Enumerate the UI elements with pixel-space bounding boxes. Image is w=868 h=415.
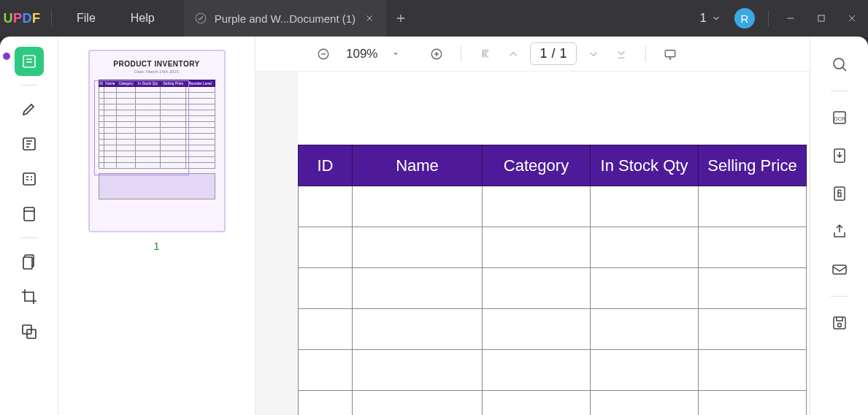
convert-button[interactable] — [825, 141, 854, 170]
batch-tool-button[interactable] — [15, 317, 44, 346]
document-scroll-area[interactable]: ID Name Category In Stock Qty Selling Pr… — [256, 72, 810, 415]
active-indicator-dot — [3, 53, 10, 60]
right-toolbar: OCR — [810, 37, 868, 415]
svg-rect-1 — [818, 15, 824, 21]
page-current: 1 — [539, 46, 547, 61]
svg-text:OCR: OCR — [834, 116, 845, 121]
table-row — [299, 227, 807, 268]
svg-rect-17 — [834, 187, 845, 200]
title-bar: UPDF File Help Purple and W...Document (… — [0, 0, 868, 37]
edit-text-tool-button[interactable] — [15, 129, 44, 159]
window-close-button[interactable] — [843, 9, 861, 27]
document-viewer: 109% 1 / 1 — [256, 37, 810, 415]
svg-rect-2 — [23, 56, 35, 67]
first-page-button[interactable] — [475, 43, 496, 65]
document-page: ID Name Category In Stock Qty Selling Pr… — [298, 72, 809, 415]
svg-point-13 — [834, 58, 844, 69]
document-tab[interactable]: Purple and W...Document (1) — [184, 0, 386, 37]
table-header-id: ID — [299, 145, 353, 186]
ocr-button[interactable]: OCR — [825, 103, 854, 132]
thumbnail-title: PRODUCT INVENTORY — [113, 60, 200, 68]
menu-file[interactable]: File — [59, 12, 113, 25]
table-row — [299, 268, 807, 309]
svg-rect-5 — [24, 208, 34, 221]
svg-rect-18 — [838, 193, 841, 197]
organize-tool-button[interactable] — [15, 247, 44, 276]
table-row — [299, 186, 807, 227]
separator — [768, 10, 769, 26]
inventory-table: ID Name Category In Stock Qty Selling Pr… — [298, 145, 807, 415]
page-indicator[interactable]: 1 / 1 — [530, 42, 576, 65]
separator — [20, 237, 38, 238]
reader-tool-button[interactable] — [15, 47, 44, 76]
separator — [20, 85, 38, 85]
separator — [461, 46, 461, 62]
thumbnail-page-number: 1 — [153, 240, 159, 252]
tab-close-button[interactable] — [363, 12, 376, 25]
share-button[interactable] — [825, 217, 854, 246]
search-button[interactable] — [825, 50, 854, 79]
page-sep: / — [552, 46, 556, 61]
thumbnail-notes-area — [99, 173, 215, 199]
table-row — [299, 350, 807, 391]
tab-title: Purple and W...Document (1) — [215, 12, 356, 25]
zoom-in-button[interactable] — [426, 43, 448, 65]
next-page-button[interactable] — [583, 43, 604, 65]
table-row — [299, 309, 807, 350]
prev-page-button[interactable] — [502, 43, 524, 65]
zoom-dropdown[interactable] — [389, 50, 402, 58]
svg-rect-12 — [665, 50, 675, 56]
separator — [645, 46, 646, 62]
separator — [831, 91, 848, 91]
save-button[interactable] — [825, 308, 854, 338]
svg-point-21 — [837, 324, 841, 327]
form-tool-button[interactable] — [15, 164, 44, 194]
left-toolbar — [0, 37, 58, 415]
chevron-down-icon — [711, 13, 721, 23]
svg-rect-19 — [833, 265, 846, 274]
user-avatar[interactable]: R — [734, 8, 755, 28]
viewer-toolbar: 109% 1 / 1 — [256, 37, 810, 72]
logo-letter: P — [13, 11, 23, 26]
thumb-header: Reorder Level — [186, 80, 215, 87]
app-logo: UPDF — [0, 11, 44, 26]
svg-rect-4 — [23, 173, 35, 185]
window-minimize-button[interactable] — [782, 9, 799, 27]
thumbnail-date: Date: March 24th 2025 — [134, 69, 179, 74]
presentation-button[interactable] — [659, 43, 681, 65]
page-tool-button[interactable] — [15, 199, 44, 229]
separator — [51, 10, 52, 26]
table-row — [299, 391, 807, 416]
annotate-tool-button[interactable] — [15, 94, 44, 123]
crop-tool-button[interactable] — [15, 282, 44, 311]
page-thumbnail[interactable]: PRODUCT INVENTORY Date: March 24th 2025 … — [88, 50, 226, 232]
thumbnail-viewport-indicator — [94, 80, 189, 175]
page-total: 1 — [560, 46, 567, 61]
table-header-stock: In Stock Qty — [591, 145, 699, 186]
svg-rect-7 — [23, 257, 32, 269]
scale-value: 1 — [700, 11, 707, 26]
zoom-out-button[interactable] — [312, 43, 334, 65]
avatar-initial: R — [741, 12, 749, 25]
new-tab-button[interactable] — [386, 12, 415, 24]
last-page-button[interactable] — [610, 43, 632, 65]
zoom-level: 109% — [340, 47, 383, 61]
email-button[interactable] — [825, 255, 854, 284]
no-edit-icon — [194, 12, 207, 25]
window-maximize-button[interactable] — [813, 9, 830, 27]
logo-letter: U — [3, 11, 13, 26]
window-scale-indicator[interactable]: 1 — [700, 11, 721, 26]
thumbnail-panel: PRODUCT INVENTORY Date: March 24th 2025 … — [58, 37, 256, 415]
logo-letter: F — [32, 11, 41, 26]
menu-help[interactable]: Help — [113, 12, 172, 25]
protect-button[interactable] — [825, 179, 854, 208]
table-header-category: Category — [483, 145, 591, 186]
table-header-price: Selling Price — [699, 145, 807, 186]
separator — [831, 296, 848, 297]
logo-letter: D — [23, 11, 33, 26]
table-header-name: Name — [353, 145, 483, 186]
